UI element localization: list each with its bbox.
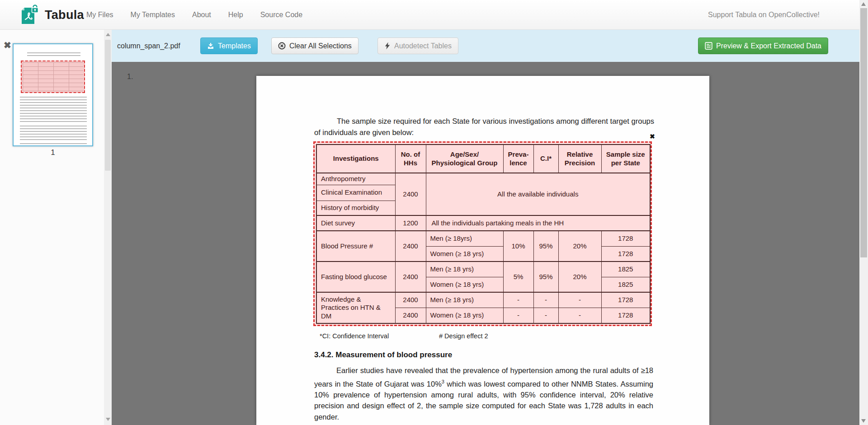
nav-item-help[interactable]: Help xyxy=(228,11,243,19)
thumbnail-text-lines xyxy=(20,97,87,123)
sidebar-scrollbar[interactable] xyxy=(104,30,112,425)
brand-title: Tabula xyxy=(45,8,84,22)
clear-selections-icon xyxy=(278,42,286,50)
brand[interactable]: Tabula xyxy=(20,5,84,25)
tabula-app: Tabula My Files My Templates About Help … xyxy=(0,0,868,425)
thumbnail-text-lines xyxy=(20,126,87,141)
scroll-up-icon[interactable] xyxy=(861,2,866,6)
document-filename: column_span_2.pdf xyxy=(117,30,180,62)
nav-item-about[interactable]: About xyxy=(192,11,211,19)
export-button-label: Preview & Export Extracted Data xyxy=(716,42,821,50)
page-number-label: 1. xyxy=(127,73,133,81)
remove-page-icon[interactable]: ✖ xyxy=(4,41,11,50)
nav-item-source-code[interactable]: Source Code xyxy=(260,11,302,19)
support-link[interactable]: Support Tabula on OpenCollective! xyxy=(708,0,820,30)
autodetect-tables-button[interactable]: Autodetect Tables xyxy=(377,37,458,54)
templates-button-label: Templates xyxy=(218,42,251,50)
scroll-down-icon[interactable] xyxy=(106,418,110,421)
clear-button-label: Clear All Selections xyxy=(289,42,352,50)
thumbnail-selection-grid xyxy=(23,62,83,91)
nav-menu: My Files My Templates About Help Source … xyxy=(86,0,302,30)
autodetect-button-label: Autodetect Tables xyxy=(394,42,452,50)
thumbnail-footer-line xyxy=(20,143,87,145)
table-selection-box[interactable] xyxy=(313,141,652,326)
delete-selection-icon[interactable]: ✖ xyxy=(650,133,655,140)
templates-button[interactable]: Templates xyxy=(200,37,258,54)
footnote-design-effect: # Design effect 2 xyxy=(439,332,488,340)
thumbnail-selection-overlay xyxy=(21,61,85,93)
nav-item-my-templates[interactable]: My Templates xyxy=(131,11,175,19)
footnote-ci: *CI: Confidence Interval xyxy=(320,332,389,340)
document-toolbar: column_span_2.pdf Templates Clear All Se… xyxy=(112,30,859,62)
pdf-workspace: 1. The sample size required for each Sta… xyxy=(112,62,859,425)
page-thumbnail-sidebar: ✖ 1 xyxy=(0,30,104,425)
pdf-intro-paragraph: The sample size required for each State … xyxy=(314,116,654,138)
tabula-logo-icon xyxy=(20,5,39,25)
lightning-bolt-icon xyxy=(384,42,391,50)
page-1-thumbnail[interactable] xyxy=(13,43,93,146)
window-scrollbar[interactable] xyxy=(859,0,868,425)
preview-export-button[interactable]: Preview & Export Extracted Data xyxy=(698,37,828,54)
top-navbar: Tabula My Files My Templates About Help … xyxy=(0,0,859,30)
pdf-page-1[interactable]: The sample size required for each State … xyxy=(256,76,709,425)
sidebar-scrollbar-thumb[interactable] xyxy=(105,40,111,171)
export-data-icon xyxy=(705,42,712,50)
scroll-down-icon[interactable] xyxy=(861,419,866,423)
scroll-up-icon[interactable] xyxy=(106,33,110,36)
section-heading: 3.4.2. Measurement of blood pressure xyxy=(314,350,452,360)
thumbnail-text-lines xyxy=(27,52,80,58)
pdf-body-paragraph: Earlier studies have revealed that the p… xyxy=(314,365,653,422)
nav-item-my-files[interactable]: My Files xyxy=(86,11,113,19)
templates-icon xyxy=(207,42,214,50)
window-scrollbar-thumb[interactable] xyxy=(860,8,867,257)
clear-all-selections-button[interactable]: Clear All Selections xyxy=(271,37,359,54)
thumbnail-page-number: 1 xyxy=(13,148,93,157)
